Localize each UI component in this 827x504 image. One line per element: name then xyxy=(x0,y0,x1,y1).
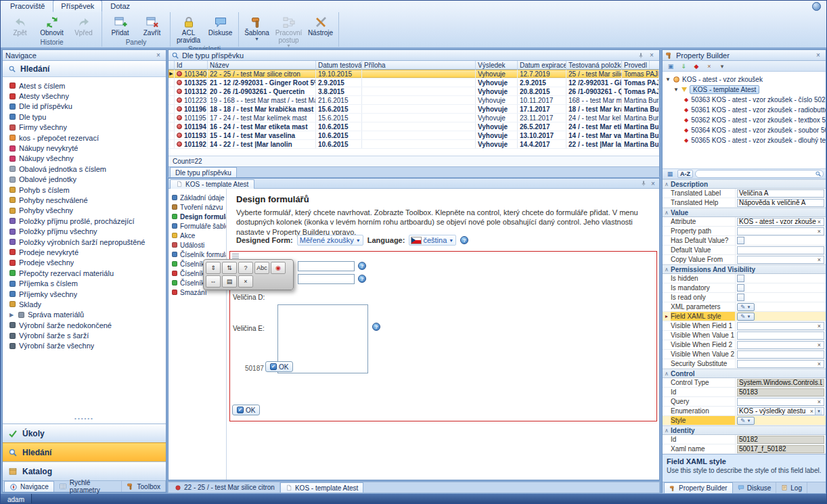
property-row[interactable]: Visible When Value 2 × ▼ ✎▼ xyxy=(663,350,826,359)
property-row[interactable]: Field XAML style × ▼ ✎▼ xyxy=(663,312,826,321)
checkbox[interactable] xyxy=(737,294,744,301)
property-row[interactable]: Control × ▼ ✎▼ xyxy=(663,369,826,378)
property-value-input[interactable]: × ▼ xyxy=(737,331,824,340)
ribbon-button[interactable]: Nástroje ▼ xyxy=(305,13,336,48)
palette-control-button[interactable]: Abc xyxy=(254,262,269,274)
property-value-input[interactable]: System.Windows.Controls.ListBox × ▼ xyxy=(737,379,824,387)
toolbar-button[interactable]: ▾ xyxy=(717,62,728,70)
ribbon-button[interactable]: Vpřed ▼ xyxy=(68,13,99,38)
nav-item[interactable]: ▶ Atesty všechny xyxy=(3,91,166,101)
property-row[interactable]: Style × ▼ ✎▼ xyxy=(663,416,826,426)
nav-item[interactable]: ▶ Prodeje nevykryté xyxy=(3,247,166,257)
property-row[interactable]: Permissions And Visibility × ▼ ✎▼ xyxy=(663,265,826,274)
table-row[interactable]: ▶ 101340 22 - 25 / - test Mar silice cit… xyxy=(169,70,659,78)
property-row[interactable]: Is read only × ▼ ✎▼ xyxy=(663,293,826,302)
clear-icon[interactable]: × xyxy=(816,219,822,225)
property-row[interactable]: Value × ▼ ✎▼ xyxy=(663,208,826,217)
nav-item[interactable]: ▶ Položky příjmu všechny xyxy=(3,226,166,236)
property-row[interactable]: Id 50182 × ▼ ✎▼ xyxy=(663,435,826,444)
palette-control-button[interactable]: × xyxy=(238,275,253,288)
document-tab[interactable]: KOS - template Atest xyxy=(280,482,363,492)
toolbar-button[interactable]: ▣ xyxy=(665,62,676,70)
checkbox[interactable] xyxy=(737,275,744,282)
nav-item[interactable]: ▶ Správa materiálů xyxy=(3,310,166,320)
results-tab[interactable]: Dle typu příspěvku xyxy=(170,167,237,177)
property-row[interactable]: Identity × ▼ ✎▼ xyxy=(663,426,826,435)
property-row[interactable]: Id 50183 × ▼ ✎▼ xyxy=(663,388,826,397)
toolbar-button[interactable]: ⇓ xyxy=(678,62,689,70)
tree-field-node[interactable]: ◆ 50365 KOS - atest - vzor zkoušek - dlo… xyxy=(663,135,826,145)
table-row[interactable]: ▶ 101195 17 - 24 / - test Mar kelímek ma… xyxy=(169,114,659,122)
property-row[interactable]: Xaml name 50017_f_50182 × ▼ ✎▼ xyxy=(663,444,826,454)
property-row[interactable]: Visible When Value 1 × ▼ ✎▼ xyxy=(663,331,826,340)
property-row[interactable]: Translated Label Veličina A × ▼ ✎▼ xyxy=(663,189,826,198)
property-value-input[interactable]: 50017_f_50182 × ▼ xyxy=(737,445,824,453)
accordion-bar[interactable]: Hledání xyxy=(3,442,166,461)
nav-item[interactable]: ▶ Dle typu xyxy=(3,112,166,122)
checkbox[interactable] xyxy=(737,237,744,244)
edit-style-button[interactable]: ✎▼ xyxy=(737,417,755,425)
table-row[interactable]: ▶ 101193 15 - 14 / - test Mar vaselina 1… xyxy=(169,131,659,140)
checkbox[interactable] xyxy=(737,284,744,292)
nav-item[interactable]: ▶ Atest s číslem xyxy=(3,81,166,91)
clear-icon[interactable]: × xyxy=(816,323,822,329)
field-b-input[interactable] xyxy=(298,261,355,271)
help-icon[interactable]: ? xyxy=(460,236,468,244)
accordion-bar[interactable]: Katalog xyxy=(3,461,166,480)
nav-item[interactable]: ▶ Výrobní šarže nedokončené xyxy=(3,320,166,330)
side-tab[interactable]: Navigace xyxy=(4,481,54,492)
property-search-input[interactable] xyxy=(695,170,824,178)
nav-item[interactable]: ▶ Položky příjmu prošlé, procházející xyxy=(3,216,166,226)
palette-control-button[interactable]: ▤ xyxy=(222,275,237,288)
property-row[interactable]: Copy Value From × ▼ ✎▼ xyxy=(663,255,826,265)
palette-control-button[interactable]: ? xyxy=(238,262,253,274)
table-row[interactable]: ▶ 101223 19 - 168 - - test Mar mast / - … xyxy=(169,96,659,105)
column-header[interactable]: Datum testování xyxy=(316,61,362,69)
nav-item[interactable]: ▶ Pohyb s číslem xyxy=(3,185,166,195)
pin-icon[interactable] xyxy=(638,52,644,59)
toolbar-button[interactable]: × xyxy=(704,62,715,70)
close-icon[interactable]: × xyxy=(647,51,656,59)
ok-button[interactable]: ✔ OK xyxy=(265,361,293,372)
tree-template-node[interactable]: ▼ KOS - template Atest xyxy=(663,85,826,95)
nav-item[interactable]: ▶ Firmy všechny xyxy=(3,122,166,133)
close-icon[interactable]: × xyxy=(154,51,163,59)
property-row[interactable]: Attribute KOS - atest - vzor zkoušek - r… xyxy=(663,217,826,227)
property-value-input[interactable]: KOS - atest - vzor zkoušek - ra × ▼ xyxy=(737,218,824,226)
column-header[interactable]: Testovaná položka xyxy=(566,61,622,69)
help-icon[interactable]: ? xyxy=(358,262,366,270)
table-row[interactable]: ▶ 101196 18 - 18 / - test Mar krabička m… xyxy=(169,105,659,114)
property-value-input[interactable]: × ▼ xyxy=(737,256,824,264)
property-row[interactable]: Is mandatory × ▼ ✎▼ xyxy=(663,283,826,293)
expander-icon[interactable]: ▼ xyxy=(673,87,679,93)
property-row[interactable]: XML parameters × ▼ ✎▼ xyxy=(663,302,826,312)
column-header[interactable]: Příloha xyxy=(362,61,476,69)
table-row[interactable]: ▶ 101312 20 - 26 /1-0903261 - Quercetin … xyxy=(169,87,659,96)
ribbon-button[interactable]: Zavřít ▼ xyxy=(136,13,168,38)
ribbon-button[interactable]: Obnovit ▼ xyxy=(36,13,68,38)
pin-icon[interactable] xyxy=(640,180,647,187)
nav-item[interactable]: ▶ Obalové jednotky xyxy=(3,175,166,185)
chevron-down-icon[interactable]: ▼ xyxy=(815,408,822,415)
field-c-input[interactable] xyxy=(298,274,355,284)
ribbon-button[interactable]: Přidat ▼ xyxy=(104,13,136,38)
ribbon-button[interactable]: Zpět ▼ xyxy=(4,13,36,38)
clear-icon[interactable]: × xyxy=(809,408,815,415)
nav-item[interactable]: ▶ Dle id příspěvku xyxy=(3,101,166,112)
side-tab[interactable]: Rychlé parametry xyxy=(54,481,122,492)
tree-field-node[interactable]: ◆ 50363 KOS - atest - vzor zkoušek - čís… xyxy=(663,95,826,105)
tree-field-node[interactable]: ◆ 50361 KOS - atest - vzor zkoušek - rad… xyxy=(663,105,826,115)
language-select[interactable]: čeština▼ xyxy=(409,235,456,246)
designer-menu-item[interactable]: Akce xyxy=(169,231,226,240)
property-row[interactable]: Security Substitute × ▼ ✎▼ xyxy=(663,359,826,369)
ribbon-tab[interactable]: Dotaz xyxy=(102,0,138,12)
clear-icon[interactable]: × xyxy=(816,256,822,263)
column-header[interactable]: Datum expirace xyxy=(518,61,566,69)
ribbon-button[interactable]: Pracovní postup ▼ xyxy=(273,13,305,48)
column-header[interactable]: Název xyxy=(208,61,316,69)
ribbon-tab[interactable]: Pracoviště xyxy=(2,0,53,12)
designer-menu-item[interactable]: Události xyxy=(169,240,226,250)
nav-item[interactable]: ▶ Pohyby neschválené xyxy=(3,195,166,205)
document-tab[interactable]: 22 - 25 / - test Mar silice citron xyxy=(170,482,280,492)
property-row[interactable]: Enumeration KOS - výsledky atestu × ▼ ✎▼ xyxy=(663,407,826,416)
